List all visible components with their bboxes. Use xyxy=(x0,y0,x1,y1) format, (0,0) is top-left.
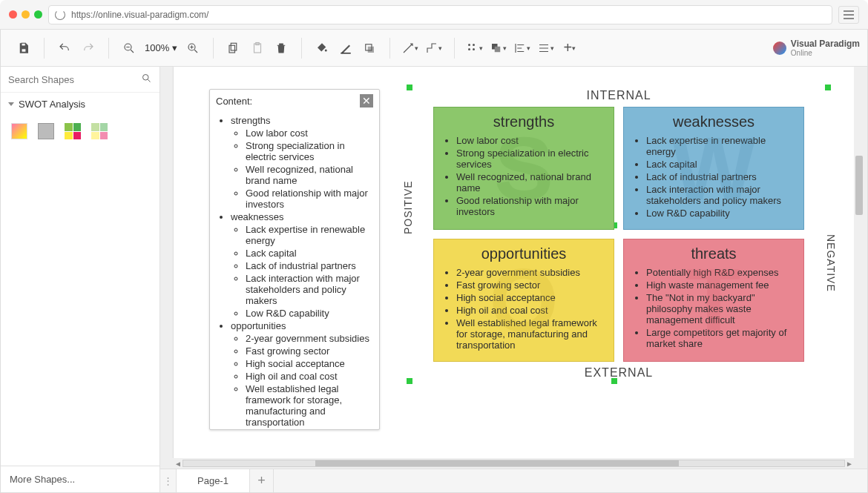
address-bar[interactable]: https://online.visual-paradigm.com/ xyxy=(48,5,832,24)
reload-icon[interactable] xyxy=(55,10,65,20)
brand-sub: Online xyxy=(791,49,860,57)
cp-item: Strong specialization in electric servic… xyxy=(246,140,373,162)
content-panel-body[interactable]: strengthsLow labor costStrong specializa… xyxy=(210,112,379,429)
page-tab-1[interactable]: Page-1 xyxy=(177,469,250,492)
distribute-button[interactable]: ▾ xyxy=(535,37,557,59)
cp-section: opportunities2-year government subsidies… xyxy=(231,320,373,428)
swot-threats[interactable]: T threats Potentially high R&D expensesH… xyxy=(623,239,804,362)
list-item: Fast growing sector xyxy=(456,279,605,291)
cp-item: High oil and coal cost xyxy=(246,371,373,382)
list-item: Lack of industrial partners xyxy=(646,171,795,182)
search-shapes-input[interactable] xyxy=(8,74,141,85)
close-icon[interactable]: ✕ xyxy=(360,94,373,107)
content-inspector-panel[interactable]: Content: ✕ strengthsLow labor costStrong… xyxy=(209,89,380,430)
resize-handle[interactable] xyxy=(407,378,412,384)
shape-swot-4[interactable] xyxy=(91,123,108,139)
swot-weaknesses[interactable]: W weaknesses Lack expertise in renewable… xyxy=(623,107,804,230)
list-item: Well established legal framework for sto… xyxy=(456,317,605,351)
cp-item: Lack interaction with major stakeholders… xyxy=(246,273,373,306)
cp-item: Lack expertise in renewable energy xyxy=(246,224,373,246)
resize-handle[interactable] xyxy=(825,85,831,90)
connector-straight-button[interactable]: ▾ xyxy=(399,37,421,59)
url-text: https://online.visual-paradigm.com/ xyxy=(71,10,208,20)
browser-menu-icon[interactable] xyxy=(838,6,859,24)
copy-button[interactable] xyxy=(223,37,245,59)
redo-button[interactable] xyxy=(77,37,99,59)
list-item: High oil and coal cost xyxy=(456,305,605,316)
list-item: 2-year government subsidies xyxy=(456,267,605,278)
shape-swot-1[interactable] xyxy=(11,123,27,139)
line-color-button[interactable] xyxy=(335,37,357,59)
add-button[interactable]: +▾ xyxy=(559,37,581,59)
align-button[interactable]: ▾ xyxy=(511,37,533,59)
cp-section: weaknessesLack expertise in renewable en… xyxy=(231,211,373,319)
cp-item: Lack of industrial partners xyxy=(246,260,373,271)
swot-label-external: EXTERNAL xyxy=(411,366,826,380)
zoom-in-button[interactable] xyxy=(182,37,204,59)
shape-swot-2[interactable] xyxy=(38,123,54,139)
undo-button[interactable] xyxy=(53,37,76,59)
threats-list: Potentially high R&D expensesHigh waste … xyxy=(633,267,795,349)
list-item: Good relationship with major investors xyxy=(456,195,605,217)
cp-item: Low labor cost xyxy=(246,128,373,139)
category-swot[interactable]: SWOT Analysis xyxy=(1,93,160,116)
search-icon[interactable] xyxy=(141,73,152,86)
delete-button[interactable] xyxy=(270,37,292,59)
search-shapes-field[interactable] xyxy=(1,67,160,93)
category-label: SWOT Analysis xyxy=(19,99,85,110)
minimize-window-icon[interactable] xyxy=(22,10,30,19)
opportunities-list: 2-year government subsidiesFast growing … xyxy=(443,267,605,351)
shadow-button[interactable] xyxy=(358,37,381,59)
scroll-left-icon[interactable]: ◄ xyxy=(174,460,183,468)
resize-handle[interactable] xyxy=(407,85,412,90)
canvas-area: Content: ✕ strengthsLow labor costStrong… xyxy=(160,67,867,492)
resize-handle[interactable] xyxy=(611,378,617,384)
horizontal-scrollbar[interactable]: ◄ ► xyxy=(160,458,867,469)
cp-item: Good relationship with major investors xyxy=(246,188,373,210)
scroll-right-icon[interactable]: ► xyxy=(845,460,854,468)
more-shapes-link[interactable]: More Shapes... xyxy=(1,466,160,492)
list-item: High waste management fee xyxy=(646,279,795,291)
svg-rect-4 xyxy=(231,43,237,50)
browser-chrome: https://online.visual-paradigm.com/ xyxy=(0,0,868,30)
list-item: Low R&D capability xyxy=(646,208,795,219)
zoom-value[interactable]: 100% ▾ xyxy=(142,42,180,53)
strengths-title: strengths xyxy=(443,113,605,130)
swot-diagram[interactable]: INTERNAL POSITIVE NEGATIVE S strengths L… xyxy=(411,89,826,380)
shape-swot-3[interactable] xyxy=(65,123,81,139)
tab-grip-icon[interactable]: ⋮ xyxy=(160,469,177,492)
shapes-panel: SWOT Analysis More Shapes... xyxy=(1,67,160,492)
fill-color-button[interactable] xyxy=(311,37,333,59)
brand-logo: Visual Paradigm Online xyxy=(773,39,860,57)
maximize-window-icon[interactable] xyxy=(34,10,42,19)
add-page-button[interactable]: + xyxy=(250,469,274,492)
cp-item: Well recognized, national brand name xyxy=(246,164,373,186)
arrange-button[interactable]: ▾ xyxy=(487,37,510,59)
swot-strengths[interactable]: S strengths Low labor costStrong special… xyxy=(433,107,614,230)
list-item: Lack capital xyxy=(646,159,795,170)
close-window-icon[interactable] xyxy=(9,10,17,19)
weaknesses-title: weaknesses xyxy=(633,113,795,130)
svg-rect-1 xyxy=(22,48,26,52)
app-toolbar: 100% ▾ ▾ ▾ ▾ ▾ ▾ ▾ +▾ xyxy=(1,30,867,67)
opportunities-title: opportunities xyxy=(443,245,605,262)
point-style-button[interactable]: ▾ xyxy=(464,37,486,59)
canvas[interactable]: Content: ✕ strengthsLow labor costStrong… xyxy=(174,67,854,458)
zoom-out-button[interactable] xyxy=(118,37,140,59)
list-item: Lack expertise in renewable energy xyxy=(646,135,795,157)
svg-rect-5 xyxy=(229,45,235,53)
brand-icon xyxy=(773,42,786,55)
save-button[interactable] xyxy=(13,37,35,59)
svg-rect-17 xyxy=(495,46,501,52)
cp-item: 2-year government subsidies xyxy=(246,333,373,344)
list-item: Strong specialization in electric servic… xyxy=(456,148,605,170)
cp-item: Low R&D capability xyxy=(246,308,373,319)
vertical-scrollbar[interactable] xyxy=(854,67,864,458)
paste-button[interactable] xyxy=(246,37,269,59)
swot-opportunities[interactable]: O opportunities 2-year government subsid… xyxy=(433,239,614,362)
brand-name: Visual Paradigm xyxy=(791,39,860,49)
cp-item: Fast growing sector xyxy=(246,345,373,357)
list-item: Large competitors get majority of market… xyxy=(646,327,795,349)
list-item: The "Not in my backyard" philosophy make… xyxy=(646,292,795,325)
connector-waypoint-button[interactable]: ▾ xyxy=(423,37,445,59)
